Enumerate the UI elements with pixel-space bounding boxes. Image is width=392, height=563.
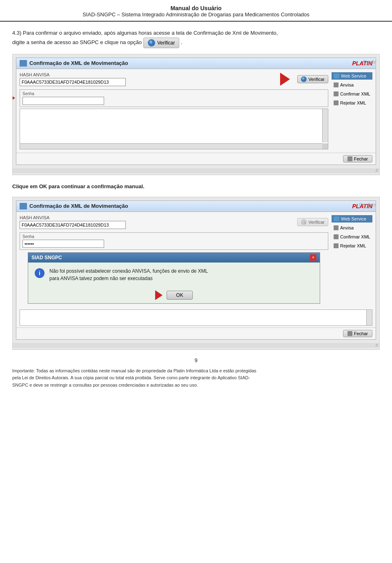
header-title-sub: SIAD-SNGPC – Sistema Integrado Administr… (8, 11, 384, 18)
verify-btn-2[interactable]: 🔍 Verificar (297, 218, 328, 226)
dialog-main-1: HASH ANVISA 🔍 Verificar (20, 72, 328, 149)
header-title-main: Manual do Usuário (8, 5, 384, 11)
dialog-footer-1: Fechar (16, 153, 376, 165)
fechar-label-2: Fechar (354, 331, 368, 336)
rejeitar-xml-label-2: Rejeitar XML (340, 243, 366, 248)
web-service-icon-1 (334, 73, 339, 78)
anvisa-btn-2[interactable]: Anvisa (332, 224, 372, 231)
confirmar-xml-icon-1 (334, 91, 339, 96)
scroll-area-2 (20, 309, 372, 326)
modal-message: Não foi possível estabelecer conexão ANV… (49, 267, 208, 282)
verify-btn-label-2: Verificar (308, 220, 325, 225)
dialog-sidebar-1: Web Service Anvisa Confirmar XML Re (332, 72, 372, 149)
web-service-label-1: Web Service (341, 73, 366, 78)
resize-handle-2[interactable]: // (13, 343, 379, 348)
fechar-icon-2 (347, 331, 352, 336)
search-icon-2: 🔍 (301, 219, 307, 225)
web-service-btn-1[interactable]: Web Service (332, 72, 372, 80)
hash-input-2[interactable] (20, 221, 126, 229)
page-header: Manual do Usuário SIAD-SNGPC – Sistema I… (0, 0, 392, 22)
dialog-body-2: HASH ANVISA 🔍 Verificar Senha (16, 212, 376, 309)
modal-message-line2: para ANVISA talvez podem não ser executa… (49, 276, 153, 281)
hash-label-2: HASH ANVISA (20, 215, 286, 220)
scrollbar-v-1[interactable] (322, 109, 328, 142)
dialog-sidebar-2: Web Service Anvisa Confirmar XML Re (332, 215, 372, 306)
footer-line1: Importante: Todas as informações contida… (12, 368, 256, 373)
confir-label-1: Confir (363, 59, 376, 65)
scroll-corner-1 (322, 143, 328, 149)
confirmar-xml-icon-2 (334, 234, 339, 239)
search-icon: 🔍 (148, 39, 155, 47)
confir-label-2: Confirm (359, 202, 376, 208)
right-arrow-1 (280, 73, 290, 86)
confirmar-xml-btn-2[interactable]: Confirmar XML (332, 233, 372, 240)
rejeitar-xml-icon-2 (334, 243, 339, 248)
web-service-icon-2 (334, 216, 339, 221)
fechar-icon-1 (347, 156, 352, 161)
modal-footer: OK (28, 287, 320, 303)
anvisa-icon-2 (334, 225, 339, 230)
screenshot-2: Confirm Confirmação de XML de Movimentaç… (12, 197, 380, 350)
anvisa-icon-1 (334, 82, 339, 87)
dialog-header-1: Confirmação de XML de Movimentação PLATI… (16, 58, 376, 69)
hash-row-1: HASH ANVISA 🔍 Verificar (20, 72, 328, 86)
info-icon: i (35, 268, 45, 278)
dialog-title-2: Confirmação de XML de Movimentação (29, 203, 128, 209)
dialog-window-2: Confirmação de XML de Movimentação PLATI… (16, 200, 376, 340)
anvisa-label-1: Anvisa (340, 82, 354, 87)
hash-input-1[interactable] (20, 78, 126, 86)
period: . (181, 39, 183, 45)
dialog-main-2: HASH ANVISA 🔍 Verificar Senha (20, 215, 328, 306)
instruction-text-1: 4.3) Para confirmar o arquivo enviado, a… (12, 30, 278, 36)
arrow-container-1 (280, 73, 290, 86)
ok-instruction-text: Clique em OK para continuar a confirmaçã… (12, 183, 145, 189)
verify-btn-inline-label: Verificar (157, 40, 175, 46)
ok-btn[interactable]: OK (167, 291, 192, 300)
senha-arrow (12, 91, 15, 105)
fechar-btn-1[interactable]: Fechar (343, 155, 372, 162)
senha-group-1: Senha (20, 89, 328, 107)
instruction-text-2: digite a senha de acesso ao SNGPC e cliq… (12, 39, 142, 45)
fechar-btn-2[interactable]: Fechar (343, 330, 372, 337)
hash-field-group-2: HASH ANVISA (20, 215, 286, 229)
rejeitar-xml-btn-1[interactable]: Rejeitar XML (332, 99, 372, 107)
dialog-window-1: Confirmação de XML de Movimentação PLATI… (16, 58, 376, 165)
senha-legend-1: Senha (22, 91, 325, 96)
content-area: 4.3) Para confirmar o arquivo enviado, a… (0, 29, 392, 363)
senha-input-1[interactable] (22, 97, 104, 105)
scrollbar-v-2[interactable] (366, 310, 372, 325)
web-service-btn-2[interactable]: Web Service (332, 215, 372, 223)
modal-title: SIAD SNGPC (31, 255, 62, 260)
senha-group-2: Senha (20, 232, 328, 250)
anvisa-label-2: Anvisa (340, 225, 354, 230)
scroll-box-2 (20, 309, 372, 326)
rejeitar-xml-btn-2[interactable]: Rejeitar XML (332, 242, 372, 249)
anvisa-btn-1[interactable]: Anvisa (332, 81, 372, 89)
search-icon-1: 🔍 (301, 76, 307, 82)
dialog-header-icon-2 (20, 203, 27, 209)
hash-label-1: HASH ANVISA (20, 72, 273, 77)
rejeitar-xml-label-1: Rejeitar XML (340, 100, 366, 105)
dialog-header-2: Confirmação de XML de Movimentação PLATI… (16, 201, 376, 212)
senha-arrow-icon (12, 91, 15, 105)
scrollbar-h-1[interactable] (20, 143, 322, 149)
confirmar-xml-label-1: Confirmar XML (340, 91, 370, 96)
verify-btn-1[interactable]: 🔍 Verificar (297, 75, 328, 83)
modal-ok-arrow (155, 290, 163, 300)
senha-input-2[interactable] (22, 240, 104, 248)
screenshot-1: Confir Confirmação de XML de Movimentaçã… (12, 54, 380, 175)
verify-btn-inline[interactable]: 🔍 Verificar (143, 38, 179, 48)
hash-row-2: HASH ANVISA 🔍 Verificar (20, 215, 328, 229)
resize-handle-1[interactable]: // (13, 168, 379, 173)
dialog-title-1: Confirmação de XML de Movimentação (29, 60, 128, 66)
dialog-body-1: HASH ANVISA 🔍 Verificar (16, 69, 376, 153)
confirmar-xml-btn-1[interactable]: Confirmar XML (332, 90, 372, 98)
fechar-label-1: Fechar (354, 156, 368, 161)
ok-instruction: Clique em OK para continuar a confirmaçã… (12, 182, 380, 191)
web-service-label-2: Web Service (341, 216, 366, 221)
modal-close-btn[interactable]: × (310, 254, 316, 261)
modal-body: i Não foi possível estabelecer conexão A… (28, 263, 320, 287)
modal-dialog: SIAD SNGPC × i Não foi possível estabele… (28, 252, 320, 304)
footer-note: Importante: Todas as informações contida… (0, 367, 392, 389)
text-area-1 (20, 109, 328, 149)
